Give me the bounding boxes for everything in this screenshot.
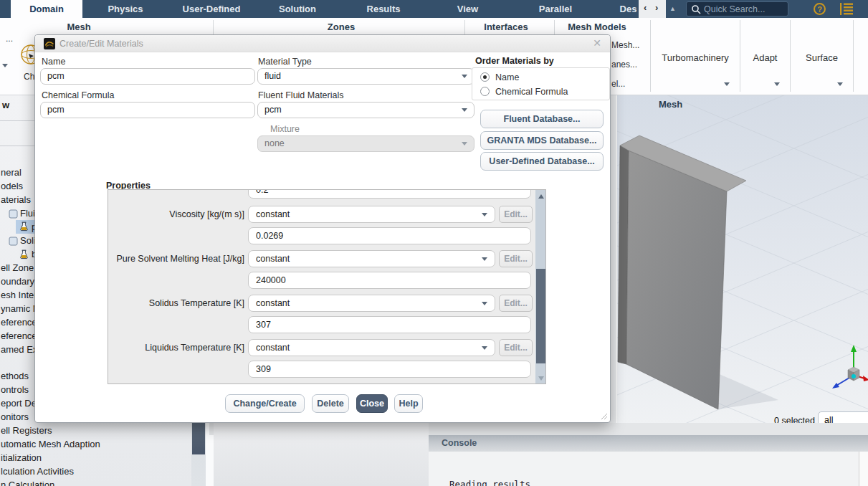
- tab-user-defined[interactable]: User-Defined: [172, 0, 251, 18]
- scroll-down-icon[interactable]: [538, 376, 544, 381]
- radio-chemical-formula-label[interactable]: Chemical Formula: [495, 87, 568, 97]
- chevron-down-icon: [482, 257, 487, 261]
- mesh-slab: [618, 135, 778, 409]
- resize-grip[interactable]: [599, 411, 608, 420]
- delete-button[interactable]: Delete: [312, 394, 349, 413]
- tree-item-reference-frames[interactable]: eference: [1, 330, 37, 343]
- adapt-label: Adapt: [740, 52, 790, 63]
- properties-scrollbar-thumb[interactable]: [536, 269, 546, 363]
- tree-item-run-calculation[interactable]: n Calculation: [1, 479, 54, 486]
- tab-results[interactable]: Results: [344, 0, 423, 18]
- properties-scrollbar[interactable]: [535, 190, 546, 384]
- ribbon-section-interfaces: Interfaces: [470, 22, 542, 33]
- chevron-down-icon: [482, 302, 487, 305]
- property-value-field[interactable]: 240000: [248, 272, 531, 289]
- edit-button[interactable]: Edit...: [499, 206, 533, 223]
- ribbon-turbomachinery-dropdown[interactable]: Turbomachinery: [651, 20, 740, 92]
- radio-name[interactable]: [480, 72, 490, 82]
- ribbon-item-planes[interactable]: anes...: [611, 59, 637, 70]
- tab-view[interactable]: View: [437, 0, 498, 18]
- property-label: Solidus Temperature [K]: [110, 298, 244, 308]
- tree-scrollbar-thumb[interactable]: [192, 421, 205, 454]
- task-page-bottom: [214, 423, 429, 486]
- ribbon-item-model[interactable]: el...: [611, 79, 625, 89]
- chevron-down-icon[interactable]: [2, 64, 8, 67]
- fluent-fluid-materials-dropdown[interactable]: pcm: [257, 102, 474, 118]
- ribbon-item-mesh[interactable]: Mesh...: [611, 40, 639, 50]
- order-materials-by-label: Order Materials by: [475, 56, 554, 66]
- tree-item-models[interactable]: odels: [1, 180, 23, 193]
- chevron-down-icon: [724, 82, 730, 86]
- fluent-app-window: Domain Physics User-Defined Solution Res…: [0, 0, 868, 486]
- tree-item-cell-registers[interactable]: ell Registers: [1, 424, 52, 437]
- search-input[interactable]: [704, 3, 784, 15]
- tree-item-report-definitions[interactable]: eport De: [1, 397, 37, 410]
- console-output[interactable]: Reading results. Parallel variables... D…: [429, 452, 868, 486]
- outline-view-header-fragment: w: [2, 99, 9, 112]
- property-method-dropdown[interactable]: constant: [248, 295, 495, 312]
- tab-domain[interactable]: Domain: [11, 0, 82, 18]
- tab-solution[interactable]: Solution: [262, 0, 333, 18]
- tree-item-materials[interactable]: aterials: [1, 194, 31, 206]
- radio-name-label[interactable]: Name: [495, 72, 519, 82]
- viewport-title: Mesh: [659, 99, 682, 110]
- name-field[interactable]: pcm: [40, 68, 255, 85]
- quick-search-box[interactable]: [686, 1, 788, 16]
- user-defined-database-button[interactable]: User-Defined Database...: [480, 152, 604, 171]
- scroll-up-icon[interactable]: [538, 194, 544, 199]
- edit-button[interactable]: Edit...: [499, 250, 533, 267]
- tree-item-general[interactable]: neral: [1, 166, 22, 179]
- console-header[interactable]: Console: [429, 435, 868, 452]
- graphics-viewport[interactable]: Mesh 0 selected all: [616, 95, 868, 429]
- edit-button[interactable]: Edit...: [499, 295, 533, 312]
- granta-mds-database-button[interactable]: GRANTA MDS Database...: [480, 131, 604, 150]
- change-create-button[interactable]: Change/Create: [225, 394, 305, 413]
- close-button[interactable]: Close: [356, 394, 388, 413]
- ribbon-adapt-dropdown[interactable]: Adapt: [740, 20, 790, 92]
- ribbon-overflow-menu[interactable]: ...: [6, 34, 13, 44]
- tab-parallel[interactable]: Parallel: [520, 0, 591, 18]
- tree-item-initialization[interactable]: itialization: [1, 452, 42, 464]
- tab-physics[interactable]: Physics: [93, 0, 158, 18]
- material-type-label: Material Type: [258, 57, 312, 67]
- property-method-value: constant: [256, 343, 290, 353]
- tree-item-controls[interactable]: ontrols: [1, 383, 29, 396]
- material-type-dropdown[interactable]: fluid: [257, 68, 474, 85]
- tree-item-methods[interactable]: ethods: [1, 370, 29, 383]
- ribbon-scroll-left-icon[interactable]: ‹: [644, 2, 647, 13]
- name-label: Name: [42, 57, 65, 67]
- ribbon-collapse-icon[interactable]: ▲: [669, 5, 676, 12]
- tree-item-reference-values[interactable]: eference: [1, 316, 37, 329]
- console-scrollbar[interactable]: [859, 452, 868, 486]
- edit-button[interactable]: Edit...: [499, 339, 533, 356]
- property-value-field[interactable]: 0.0269: [248, 227, 531, 244]
- property-value-field[interactable]: 309: [248, 361, 531, 378]
- ribbon-section-mesh-models: Mesh Models: [561, 22, 633, 33]
- ribbon-scroll-right-icon[interactable]: ›: [655, 2, 658, 13]
- chemical-formula-field[interactable]: pcm: [40, 102, 255, 118]
- console-line: Reading results.: [439, 479, 552, 486]
- search-icon: [691, 4, 701, 14]
- property-method-dropdown[interactable]: constant: [248, 206, 495, 223]
- ribbon-surface-dropdown[interactable]: Surface: [791, 20, 853, 92]
- tab-design-truncated[interactable]: Des: [616, 0, 640, 18]
- check-button-label[interactable]: Ch: [24, 72, 34, 82]
- property-method-dropdown[interactable]: constant: [248, 339, 495, 356]
- tree-item-calculation-activities[interactable]: lculation Activities: [1, 465, 74, 478]
- close-icon[interactable]: ✕: [593, 37, 601, 49]
- fluent-database-button[interactable]: Fluent Database...: [480, 110, 604, 128]
- tree-item-named-expressions[interactable]: amed Ex: [1, 343, 37, 356]
- report-icon[interactable]: [839, 2, 854, 16]
- property-value-field[interactable]: 307: [248, 316, 531, 333]
- property-method-dropdown[interactable]: constant: [248, 250, 495, 267]
- tree-item-mesh-interfaces[interactable]: esh Inter: [1, 289, 37, 302]
- dialog-titlebar[interactable]: Create/Edit Materials ✕: [35, 35, 610, 52]
- viewport-canvas[interactable]: [617, 95, 868, 429]
- tree-item-monitors[interactable]: onitors: [1, 411, 29, 424]
- fluid-folder-icon: [9, 209, 18, 219]
- help-icon[interactable]: ?: [814, 3, 826, 15]
- property-value-partial[interactable]: 0.2: [248, 189, 531, 199]
- tree-item-automatic-mesh-adaption[interactable]: utomatic Mesh Adaption: [1, 438, 100, 451]
- help-button[interactable]: Help: [394, 394, 423, 413]
- radio-chemical-formula[interactable]: [480, 87, 490, 96]
